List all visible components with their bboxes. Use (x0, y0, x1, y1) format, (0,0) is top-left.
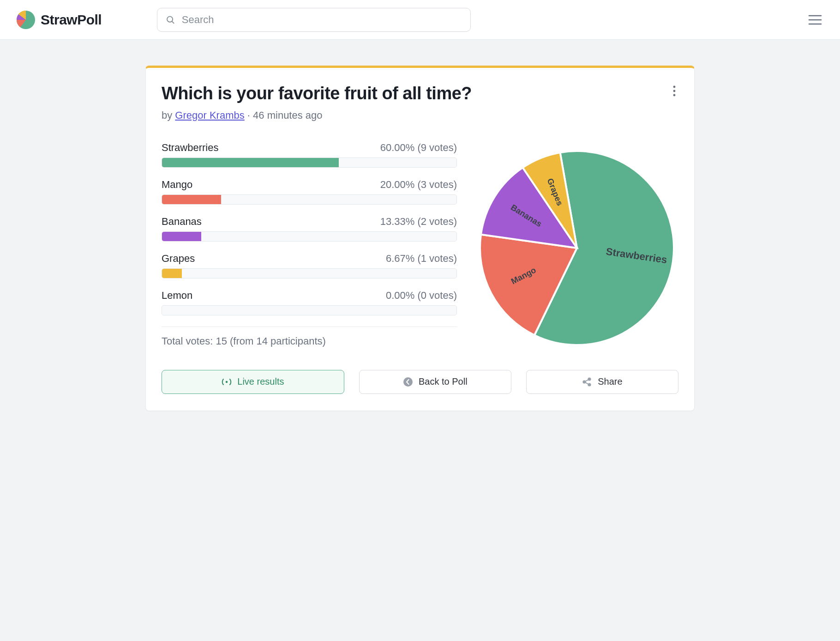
search-icon (166, 15, 175, 25)
result-row: Lemon0.00% (0 votes) (162, 290, 457, 315)
bar-fill (162, 158, 339, 167)
topbar: StrawPoll (0, 0, 840, 40)
option-value: 20.00% (3 votes) (380, 179, 457, 191)
bar-track (162, 305, 457, 315)
back-icon (403, 377, 413, 387)
back-to-poll-button[interactable]: Back to Poll (359, 370, 511, 394)
hamburger-icon (808, 14, 822, 25)
result-row: Bananas13.33% (2 votes) (162, 216, 457, 242)
result-row: Grapes6.67% (1 votes) (162, 253, 457, 278)
svg-point-8 (673, 94, 676, 97)
svg-line-2 (172, 21, 174, 23)
share-icon (582, 377, 592, 387)
bar-track (162, 231, 457, 242)
live-results-label: Live results (237, 376, 284, 387)
back-label: Back to Poll (419, 376, 468, 387)
bar-track (162, 268, 457, 278)
pie-chart: StrawberriesMangoBananasGrapes (475, 142, 678, 350)
poll-meta: by Gregor Krambs · 46 minutes ago (162, 109, 472, 121)
bar-fill (162, 232, 201, 241)
divider (162, 327, 457, 327)
option-label: Strawberries (162, 142, 218, 154)
svg-point-9 (226, 381, 228, 382)
result-row: Mango20.00% (3 votes) (162, 179, 457, 205)
poll-card: Which is your favorite fruit of all time… (145, 66, 695, 411)
option-value: 60.00% (9 votes) (380, 142, 457, 154)
svg-point-10 (403, 377, 413, 387)
bar-track (162, 157, 457, 168)
option-value: 0.00% (0 votes) (386, 290, 457, 302)
option-label: Bananas (162, 216, 202, 228)
live-results-button[interactable]: Live results (162, 370, 344, 394)
bar-track (162, 194, 457, 205)
option-label: Mango (162, 179, 192, 191)
bar-fill (162, 269, 182, 278)
results-bars: Strawberries60.00% (9 votes)Mango20.00% … (162, 142, 457, 350)
more-options-button[interactable] (670, 83, 678, 101)
bar-fill (162, 195, 221, 204)
poll-author[interactable]: Gregor Krambs (175, 109, 244, 121)
svg-point-1 (167, 16, 173, 22)
svg-point-6 (673, 86, 676, 88)
share-button[interactable]: Share (526, 370, 678, 394)
option-value: 6.67% (1 votes) (386, 253, 457, 265)
brand-logo-icon (17, 11, 35, 29)
by-prefix: by (162, 109, 175, 121)
search-box[interactable] (157, 8, 471, 32)
search-input[interactable] (182, 14, 462, 26)
kebab-icon (673, 85, 676, 97)
search-wrap (157, 8, 471, 32)
option-label: Lemon (162, 290, 192, 302)
total-votes: Total votes: 15 (from 14 participants) (162, 335, 457, 347)
meta-sep: · (245, 109, 253, 121)
svg-line-14 (585, 380, 588, 381)
action-bar: Live results Back to Poll Share (162, 370, 678, 394)
option-value: 13.33% (2 votes) (380, 216, 457, 228)
brand[interactable]: StrawPoll (17, 11, 146, 29)
brand-name: StrawPoll (41, 12, 102, 28)
option-label: Grapes (162, 253, 195, 265)
poll-title: Which is your favorite fruit of all time… (162, 83, 472, 105)
poll-time: 46 minutes ago (253, 109, 322, 121)
result-row: Strawberries60.00% (9 votes) (162, 142, 457, 168)
menu-button[interactable] (807, 12, 823, 28)
live-icon (222, 378, 232, 386)
share-label: Share (598, 376, 622, 387)
svg-point-7 (673, 90, 676, 92)
svg-line-15 (585, 382, 588, 384)
